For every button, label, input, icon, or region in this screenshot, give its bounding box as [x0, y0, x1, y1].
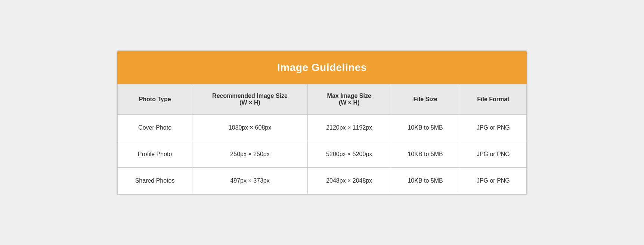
cell-max-1: 5200px × 5200px	[307, 141, 391, 167]
cell-photo-type-1: Profile Photo	[118, 141, 192, 167]
cell-format-0: JPG or PNG	[460, 114, 526, 141]
cell-format-1: JPG or PNG	[460, 141, 526, 167]
cell-filesize-2: 10KB to 5MB	[391, 167, 460, 194]
cell-recommended-2: 497px × 373px	[192, 167, 308, 194]
col-header-photo-type: Photo Type	[118, 84, 192, 114]
col-header-max-size: Max Image Size (W × H)	[307, 84, 391, 114]
table-header: Image Guidelines	[117, 51, 527, 84]
table-row: Cover Photo 1080px × 608px 2120px × 1192…	[118, 114, 527, 141]
table-row: Profile Photo 250px × 250px 5200px × 520…	[118, 141, 527, 167]
cell-recommended-1: 250px × 250px	[192, 141, 308, 167]
cell-format-2: JPG or PNG	[460, 167, 526, 194]
col-header-file-format: File Format	[460, 84, 526, 114]
cell-filesize-1: 10KB to 5MB	[391, 141, 460, 167]
cell-max-2: 2048px × 2048px	[307, 167, 391, 194]
cell-photo-type-2: Shared Photos	[118, 167, 192, 194]
cell-max-0: 2120px × 1192px	[307, 114, 391, 141]
guidelines-table: Photo Type Recommended Image Size (W × H…	[117, 84, 527, 194]
cell-filesize-0: 10KB to 5MB	[391, 114, 460, 141]
cell-recommended-0: 1080px × 608px	[192, 114, 308, 141]
table-header-row: Photo Type Recommended Image Size (W × H…	[118, 84, 527, 114]
image-guidelines-table: Image Guidelines Photo Type Recommended …	[117, 50, 527, 195]
table-title: Image Guidelines	[125, 62, 519, 74]
table-row: Shared Photos 497px × 373px 2048px × 204…	[118, 167, 527, 194]
col-header-recommended-size: Recommended Image Size (W × H)	[192, 84, 308, 114]
col-header-file-size: File Size	[391, 84, 460, 114]
cell-photo-type-0: Cover Photo	[118, 114, 192, 141]
